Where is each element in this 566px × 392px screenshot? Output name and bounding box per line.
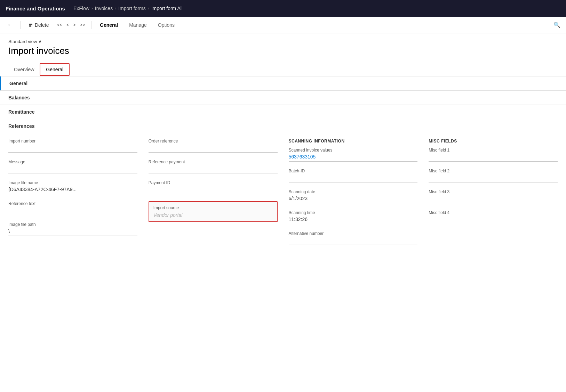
scanning-time-label: Scanning time [289, 210, 418, 215]
references-col4-misc: MISC FIELDS Misc field 1 Misc field 2 Mi… [429, 139, 558, 252]
field-alternative-number: Alternative number [289, 231, 418, 245]
top-navigation: Finance and Operations ExFlow › Invoices… [0, 0, 566, 17]
misc-4-value[interactable] [429, 217, 558, 224]
page-title: Import invoices [8, 46, 558, 56]
misc-1-value[interactable] [429, 154, 558, 162]
nav-last-button[interactable]: >> [78, 21, 87, 28]
references-col3-scanning: SCANNING INFORMATION Scanned invoice val… [289, 139, 418, 252]
toolbar-separator-2 [91, 21, 91, 29]
field-misc-4: Misc field 4 [429, 210, 558, 224]
toolbar: ← 🗑 Delete << < > >> General Manage Opti… [0, 17, 566, 33]
reference-text-label: Reference text [8, 201, 137, 206]
field-payment-id: Payment ID [149, 180, 278, 194]
message-value[interactable] [8, 166, 137, 173]
tab-overview[interactable]: Overview [8, 64, 40, 75]
nav-first-button[interactable]: << [55, 21, 64, 28]
field-image-file-path: Image file path \ [8, 222, 137, 236]
trash-icon: 🗑 [28, 22, 33, 28]
search-button[interactable]: 🔍 [552, 20, 562, 30]
nav-arrows: << < > >> [55, 21, 87, 28]
image-file-path-label: Image file path [8, 222, 137, 227]
import-source-value[interactable]: Vendor portal [153, 212, 273, 218]
order-reference-label: Order reference [149, 139, 278, 144]
import-number-value[interactable] [8, 145, 137, 153]
import-source-label: Import source [153, 205, 273, 210]
field-scanned-invoice: Scanned invoice values 5637633105 [289, 148, 418, 162]
alternative-number-value[interactable] [289, 237, 418, 245]
breadcrumb-exflow[interactable]: ExFlow [73, 6, 89, 11]
order-reference-value[interactable] [149, 145, 278, 153]
section-balances-header[interactable]: Balances [0, 91, 566, 105]
field-reference-payment: Reference payment [149, 160, 278, 173]
section-remittance-header[interactable]: Remittance [0, 105, 566, 119]
section-references-body: Import number Message Image file name {D… [0, 133, 566, 260]
batch-id-label: Batch-ID [289, 169, 418, 173]
field-image-file-name: Image file name {D6A43384-A72C-46F7-97A9… [8, 180, 137, 194]
misc-3-label: Misc field 3 [429, 189, 558, 194]
field-scanning-time: Scanning time 11:32:26 [289, 210, 418, 224]
field-order-reference: Order reference [149, 139, 278, 153]
scanning-date-value[interactable]: 6/1/2023 [289, 196, 418, 203]
reference-payment-label: Reference payment [149, 160, 278, 164]
section-references-title: References [8, 123, 35, 129]
misc-1-label: Misc field 1 [429, 148, 558, 153]
scanning-heading: SCANNING INFORMATION [289, 139, 418, 144]
misc-heading: MISC FIELDS [429, 139, 558, 144]
image-file-path-value[interactable]: \ [8, 228, 137, 236]
search-icon: 🔍 [553, 22, 560, 28]
image-file-name-label: Image file name [8, 180, 137, 185]
reference-text-value[interactable] [8, 207, 137, 215]
tab-manage-toolbar[interactable]: Manage [125, 21, 151, 30]
batch-id-value[interactable] [289, 175, 418, 182]
app-name: Finance and Operations [6, 6, 65, 11]
image-file-name-value[interactable]: {D6A43384-A72C-46F7-97A9... [8, 187, 137, 194]
toolbar-separator-1 [20, 21, 21, 29]
section-general: General [0, 76, 566, 90]
chevron-down-icon: ∨ [38, 39, 42, 44]
misc-2-value[interactable] [429, 175, 558, 182]
breadcrumb-sep-2: › [115, 6, 116, 11]
section-references: References Import number Message Image f… [0, 119, 566, 260]
field-misc-3: Misc field 3 [429, 189, 558, 203]
field-reference-text: Reference text [8, 201, 137, 215]
scanned-invoice-label: Scanned invoice values [289, 148, 418, 153]
breadcrumb-import-forms[interactable]: Import forms [118, 6, 146, 11]
tab-general-toolbar[interactable]: General [96, 21, 122, 30]
payment-id-label: Payment ID [149, 180, 278, 185]
delete-button[interactable]: 🗑 Delete [25, 21, 52, 30]
page-header: Standard view ∨ Import invoices [0, 33, 566, 63]
scanned-invoice-value[interactable]: 5637633105 [289, 154, 418, 162]
misc-4-label: Misc field 4 [429, 210, 558, 215]
view-selector[interactable]: Standard view ∨ [8, 39, 558, 44]
section-general-header[interactable]: General [0, 76, 566, 90]
references-col2: Order reference Reference payment Paymen… [149, 139, 278, 252]
message-label: Message [8, 160, 137, 164]
field-batch-id: Batch-ID [289, 169, 418, 182]
field-misc-1: Misc field 1 [429, 148, 558, 162]
breadcrumb-sep-3: › [148, 6, 149, 11]
section-general-title: General [9, 81, 27, 86]
breadcrumb-sep-1: › [91, 6, 93, 11]
section-balances: Balances [0, 90, 566, 105]
field-message: Message [8, 160, 137, 173]
scanning-time-value[interactable]: 11:32:26 [289, 217, 418, 224]
breadcrumb-current: Import form All [151, 6, 183, 11]
delete-label: Delete [35, 22, 49, 28]
field-scanning-date: Scanning date 6/1/2023 [289, 189, 418, 203]
payment-id-value[interactable] [149, 187, 278, 194]
main-content: Standard view ∨ Import invoices Overview… [0, 33, 566, 392]
breadcrumb-invoices[interactable]: Invoices [95, 6, 113, 11]
import-source-box[interactable]: Import source Vendor portal [149, 201, 278, 222]
nav-next-button[interactable]: > [71, 21, 78, 28]
reference-payment-value[interactable] [149, 166, 278, 173]
section-references-header[interactable]: References [0, 119, 566, 133]
sub-tabs: Overview General [0, 63, 566, 76]
nav-prev-button[interactable]: < [65, 21, 71, 28]
tab-options-toolbar[interactable]: Options [154, 21, 179, 30]
alternative-number-label: Alternative number [289, 231, 418, 236]
tab-general[interactable]: General [40, 63, 70, 76]
misc-3-value[interactable] [429, 196, 558, 203]
section-balances-title: Balances [8, 95, 30, 100]
scanning-date-label: Scanning date [289, 189, 418, 194]
back-button[interactable]: ← [4, 20, 16, 30]
